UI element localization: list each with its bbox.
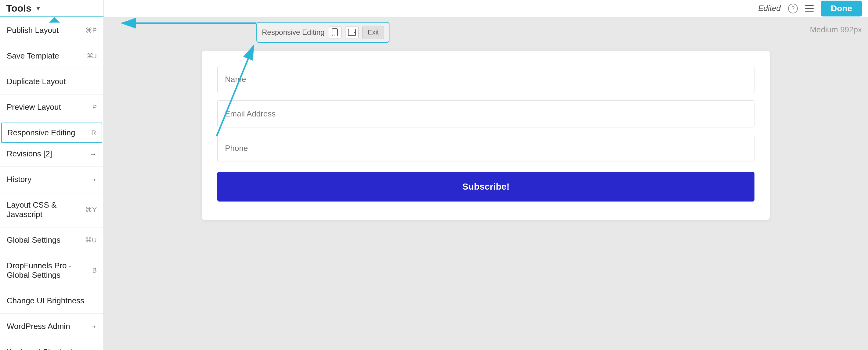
done-button[interactable]: Done	[821, 1, 862, 16]
responsive-toolbar-label: Responsive Editing	[262, 28, 324, 37]
divider-4	[0, 120, 103, 120]
save-template-shortcut: ⌘J	[87, 52, 97, 60]
wordpress-admin-label: WordPress Admin	[7, 322, 70, 331]
keyboard-shortcuts-label: Keyboard Shortcuts	[7, 347, 76, 350]
divider-5	[0, 167, 103, 167]
layout-css-label: Layout CSS & Javascript	[7, 200, 86, 219]
main-content: Responsive Editing Exit Medium 992px Sub…	[104, 17, 868, 350]
sidebar-title: Tools	[6, 3, 31, 14]
svg-rect-2	[805, 11, 814, 11]
sidebar-item-revisions[interactable]: Revisions [2] →	[0, 144, 103, 164]
global-settings-shortcut: ⌘U	[85, 236, 97, 244]
divider-7	[0, 227, 103, 228]
sidebar-chevron-icon[interactable]: ▾	[36, 4, 40, 12]
sidebar-item-layout-css[interactable]: Layout CSS & Javascript ⌘Y	[0, 195, 103, 225]
name-input[interactable]	[217, 66, 754, 93]
divider-1	[0, 43, 103, 43]
email-input[interactable]	[217, 100, 754, 128]
sidebar-item-dropfunnels-pro[interactable]: DropFunnels Pro - Global Settings B	[0, 255, 103, 285]
svg-rect-1	[805, 8, 814, 9]
divider-11	[0, 339, 103, 339]
divider-2	[0, 69, 103, 69]
revisions-arrow-icon: →	[89, 150, 97, 158]
save-template-label: Save Template	[7, 51, 59, 61]
sidebar-item-publish-layout[interactable]: Publish Layout ⌘P	[0, 20, 103, 40]
edited-label: Edited	[758, 4, 781, 13]
header-bar: Currently Editing Website ABOUT US1 ▾ Ed…	[0, 0, 868, 17]
sidebar-item-keyboard-shortcuts[interactable]: Keyboard Shortcuts	[0, 342, 103, 350]
sidebar-triangle	[49, 17, 60, 23]
revisions-label: Revisions [2]	[7, 149, 52, 159]
sidebar-item-save-template[interactable]: Save Template ⌘J	[0, 46, 103, 66]
publish-layout-label: Publish Layout	[7, 26, 59, 35]
sidebar: Tools ▾ Publish Layout ⌘P Save Template …	[0, 0, 104, 350]
history-arrow-icon: →	[89, 175, 97, 184]
exit-button[interactable]: Exit	[362, 26, 384, 39]
global-settings-label: Global Settings	[7, 235, 60, 245]
responsive-editing-toolbar: Responsive Editing Exit	[256, 22, 390, 43]
responsive-editing-label: Responsive Editing	[7, 128, 75, 138]
medium-label: Medium 992px	[810, 25, 862, 34]
wordpress-admin-arrow-icon: →	[89, 322, 97, 331]
phone-input[interactable]	[217, 135, 754, 162]
divider-9	[0, 288, 103, 288]
sidebar-item-wordpress-admin[interactable]: WordPress Admin →	[0, 316, 103, 337]
dropfunnels-pro-shortcut: B	[92, 267, 97, 274]
duplicate-layout-label: Duplicate Layout	[7, 77, 66, 86]
form-card: Subscribe!	[202, 50, 770, 220]
sidebar-item-global-settings[interactable]: Global Settings ⌘U	[0, 230, 103, 250]
sidebar-header: Tools ▾	[0, 0, 103, 17]
svg-rect-0	[805, 5, 814, 6]
preview-layout-shortcut: P	[92, 103, 97, 111]
sidebar-item-change-ui[interactable]: Change UI Brightness	[0, 290, 103, 311]
menu-icon-button[interactable]	[805, 5, 814, 12]
svg-point-4	[335, 35, 335, 36]
change-ui-label: Change UI Brightness	[7, 296, 84, 306]
sidebar-item-history[interactable]: History →	[0, 169, 103, 189]
publish-layout-shortcut: ⌘P	[86, 27, 97, 34]
divider-6	[0, 192, 103, 193]
header-right: Edited ? Done	[758, 1, 868, 16]
layout-css-shortcut: ⌘Y	[86, 206, 97, 214]
sidebar-item-duplicate-layout[interactable]: Duplicate Layout	[0, 71, 103, 92]
divider-8	[0, 253, 103, 253]
phone-view-button[interactable]	[328, 26, 342, 38]
divider-10	[0, 313, 103, 314]
divider-3	[0, 94, 103, 95]
sidebar-item-responsive-editing[interactable]: Responsive Editing R	[1, 123, 102, 143]
preview-layout-label: Preview Layout	[7, 102, 61, 112]
sidebar-body: Publish Layout ⌘P Save Template ⌘J Dupli…	[0, 17, 103, 350]
subscribe-button[interactable]: Subscribe!	[217, 172, 754, 202]
history-label: History	[7, 175, 31, 184]
tablet-view-button[interactable]	[345, 26, 359, 38]
svg-point-6	[354, 32, 355, 33]
dropfunnels-pro-label: DropFunnels Pro - Global Settings	[7, 261, 92, 280]
sidebar-item-preview-layout[interactable]: Preview Layout P	[0, 97, 103, 117]
help-icon[interactable]: ?	[788, 4, 798, 13]
responsive-editing-shortcut: R	[91, 129, 96, 137]
